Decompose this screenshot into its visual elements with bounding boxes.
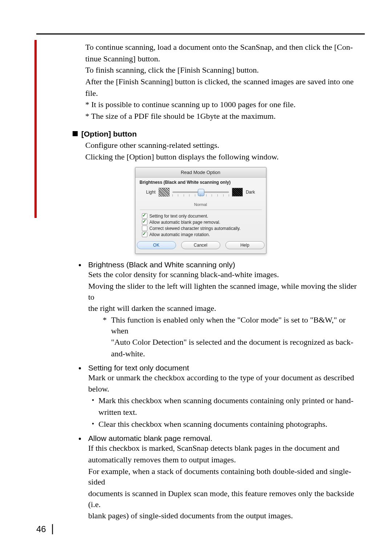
body-line: Sets the color density for scanning blac… xyxy=(88,269,365,280)
option-desc: Clicking the [Option] button displays th… xyxy=(85,151,365,162)
body-line: For example, when a stack of documents c… xyxy=(88,466,365,487)
body-line: Moving the slider to the left will light… xyxy=(88,281,365,302)
intro-line: To continue scanning, load a document on… xyxy=(85,42,365,53)
body-line: Mark or unmark the checkbox according to… xyxy=(88,372,365,383)
intro-note: * The size of a PDF file should be 1Gbyt… xyxy=(85,111,365,122)
dialog-title: Read Mode Option xyxy=(135,167,266,178)
body-line: If this checkbox is marked, ScanSnap det… xyxy=(88,443,365,454)
intro-line: tinue Scanning] button. xyxy=(85,53,365,64)
note-line: "Auto Color Detection" is selected and t… xyxy=(111,337,365,348)
top-rule xyxy=(36,33,365,35)
bullet-dot-icon xyxy=(79,367,81,369)
slider-center-label: Normal xyxy=(135,202,266,207)
square-bullet-icon xyxy=(73,131,78,136)
note-line: This function is enabled only when the "… xyxy=(111,315,365,336)
bullet-dot-icon xyxy=(79,264,81,266)
intro-line: After the [Finish Scanning] button is cl… xyxy=(85,76,365,87)
body-line: automatically removes them to output ima… xyxy=(88,454,365,465)
page-number: 46| xyxy=(36,522,59,535)
sub-line: written text. xyxy=(98,407,354,418)
option-heading: [Option] button xyxy=(73,130,365,138)
note-line: and-white. xyxy=(111,348,365,359)
body-line: blank pages) of single-sided documents f… xyxy=(88,510,365,521)
light-swatch-icon xyxy=(159,188,170,197)
checkbox-skew[interactable] xyxy=(142,226,147,231)
intro-line: To finish scanning, click the [Finish Sc… xyxy=(85,65,365,76)
slider-label-light: Light xyxy=(146,190,156,195)
body-line: documents is scanned in Duplex scan mode… xyxy=(88,488,365,510)
sub-bullet-icon: • xyxy=(92,419,94,430)
checkbox-text-only[interactable] xyxy=(142,213,147,219)
slider-label-dark: Dark xyxy=(246,190,255,195)
page-number-value: 46 xyxy=(36,524,46,534)
intro-note: * It is possible to continue scanning up… xyxy=(85,99,365,110)
body-line: below. xyxy=(88,384,365,394)
option-heading-text: [Option] button xyxy=(81,130,137,138)
intro-line: file. xyxy=(85,88,365,99)
ok-button[interactable]: OK xyxy=(137,241,176,249)
bullet-heading: Brightness (Black and White scanning onl… xyxy=(88,260,365,269)
dark-swatch-icon xyxy=(232,188,243,197)
dialog-subtitle: Brightness (Black and White scanning onl… xyxy=(135,178,266,186)
sub-line: Clear this checkbox when scanning docume… xyxy=(98,419,327,430)
intro-block: To continue scanning, load a document on… xyxy=(85,42,365,122)
bullet-dot-icon xyxy=(79,438,81,440)
asterisk-icon: * xyxy=(103,315,107,360)
cancel-button[interactable]: Cancel xyxy=(181,241,220,249)
brightness-slider[interactable] xyxy=(172,191,229,193)
checkbox-label: Correct skewed character strings automat… xyxy=(150,226,241,231)
checkbox-blank-page[interactable] xyxy=(142,219,147,225)
bullet-heading: Setting for text only document xyxy=(88,364,365,372)
checkbox-rotation[interactable] xyxy=(142,232,147,237)
body-line: the right will darken the scanned image. xyxy=(88,303,365,314)
option-desc: Configure other scanning-related setting… xyxy=(85,140,365,151)
sub-bullet-icon: • xyxy=(92,395,94,418)
bullet-heading: Allow automatic blank page removal. xyxy=(88,434,365,443)
help-button[interactable]: Help xyxy=(225,241,265,249)
checkbox-label: Allow automatic blank page removal. xyxy=(150,220,220,225)
read-mode-option-dialog: Read Mode Option Brightness (Black and W… xyxy=(135,167,266,254)
checkbox-label: Setting for text only document. xyxy=(150,214,208,219)
sub-line: Mark this checkbox when scanning documen… xyxy=(98,395,354,406)
checkbox-label: Allow automatic image rotation. xyxy=(150,232,210,237)
